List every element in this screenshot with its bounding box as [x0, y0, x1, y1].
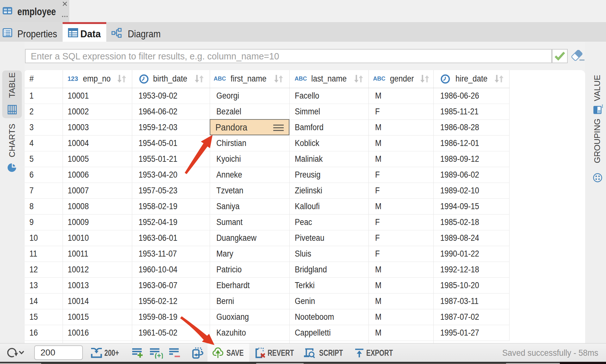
- svg-text:(+): (+): [155, 352, 163, 359]
- svg-text:I: I: [602, 104, 603, 109]
